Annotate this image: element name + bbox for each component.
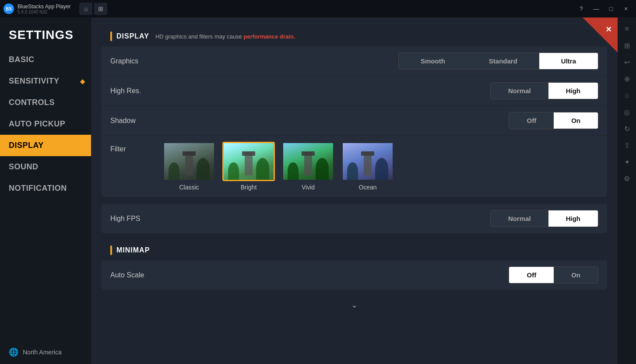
highfps-control: Normal High [490,210,598,227]
highfps-toggle-group: Normal High [490,210,598,227]
shadow-off-button[interactable]: Off [509,112,554,129]
right-icon-8[interactable]: ⇧ [619,137,635,153]
graphics-row: Graphics Smooth Standard Ultra [102,46,607,76]
titlebar: BS BlueStacks App Player 5.8.0.1040 N32 … [0,0,636,18]
shadow-row: Shadow Off On [102,106,607,136]
home-button[interactable]: ⌂ [79,3,92,15]
highres-high-button[interactable]: High [548,83,598,99]
tower-icon [245,151,253,175]
sidebar-item-basic[interactable]: BASIC [0,49,91,70]
main-container: SETTINGS BASIC SENSITIVITY CONTROLS AUTO… [0,18,636,364]
highfps-row: High FPS Normal High [102,204,607,233]
display-section-header: DISPLAY HD graphics and filters may caus… [102,26,607,46]
highres-label: High Res. [110,87,490,95]
filter-ocean-label: Ocean [358,184,376,191]
highfps-high-button[interactable]: High [548,210,598,227]
highres-normal-button[interactable]: Normal [491,83,548,99]
minimize-button[interactable]: — [590,3,603,15]
section-bar-icon [110,245,112,255]
highres-control: Normal High [490,82,598,99]
filter-options: Classic Bri [163,142,598,191]
shadow-toggle-group: Off On [509,112,598,129]
filter-vivid-option[interactable]: Vivid [282,142,334,191]
region-label: North America [23,349,62,356]
graphics-ultra-button[interactable]: Ultra [539,53,598,69]
autoscale-off-button[interactable]: Off [509,267,554,283]
filter-vivid-image [282,142,334,181]
filter-ocean-image [341,142,394,181]
performance-warning: performance drain. [243,33,295,40]
sidebar-item-controls[interactable]: CONTROLS [0,92,91,113]
sidebar-item-sensitivity[interactable]: SENSITIVITY [0,70,91,92]
filter-bright-image [222,142,275,181]
right-icon-5[interactable]: ⌂ [619,88,635,103]
maximize-button[interactable]: □ [604,3,618,15]
region-selector[interactable]: 🌐 North America [0,340,91,364]
settings-title: SETTINGS [0,18,91,49]
right-icon-7[interactable]: ↻ [619,121,635,136]
graphics-standard-button[interactable]: Standard [467,53,539,69]
sidebar: SETTINGS BASIC SENSITIVITY CONTROLS AUTO… [0,18,91,364]
shadow-on-button[interactable]: On [554,112,598,129]
right-icon-4[interactable]: ⊕ [619,71,635,87]
tower-icon [304,151,312,175]
right-icon-3[interactable]: ↩ [619,54,635,70]
sidebar-item-notification[interactable]: NOTIFICATION [0,178,91,199]
graphics-label: Graphics [110,57,398,65]
sidebar-item-display[interactable]: DISPLAY [0,135,91,156]
shadow-label: Shadow [110,117,509,125]
filter-vivid-label: Vivid [302,184,315,191]
sidebar-item-sound[interactable]: SOUND [0,156,91,178]
app-name: BlueStacks App Player 5.8.0.1040 N32 [18,4,70,14]
shadow-control: Off On [509,112,598,129]
autoscale-toggle-group: Off On [509,266,598,284]
sidebar-item-auto-pickup[interactable]: AUTO PICKUP [0,113,91,135]
tower-icon [185,151,193,175]
titlebar-controls: ? — □ × [575,3,632,15]
right-icon-10[interactable]: ⚙ [619,171,635,186]
help-button[interactable]: ? [575,3,588,15]
content-area: × DISPLAY HD graphics and filters may ca… [91,18,618,364]
titlebar-left: BS BlueStacks App Player 5.8.0.1040 N32 … [4,3,107,15]
filter-classic-image [163,142,215,181]
filter-classic-label: Classic [179,184,199,191]
highfps-section: High FPS Normal High [102,204,607,233]
close-icon: × [606,24,611,35]
filter-bright-option[interactable]: Bright [222,142,275,191]
filter-ocean-option[interactable]: Ocean [341,142,394,191]
window-close-button[interactable]: × [619,3,632,15]
autoscale-control: Off On [509,266,598,284]
filter-label: Filter [110,142,163,153]
tabs-button[interactable]: ⊞ [94,3,107,15]
graphics-control: Smooth Standard Ultra [398,52,598,70]
globe-icon: 🌐 [9,347,18,357]
minimap-section-header: MINIMAP [102,240,607,260]
graphics-toggle-group: Smooth Standard Ultra [398,52,598,70]
right-icon-2[interactable]: ⊞ [619,38,635,53]
tower-icon [364,151,372,175]
autoscale-label: Auto Scale [110,271,509,279]
filter-bright-label: Bright [241,184,257,191]
right-icon-6[interactable]: ◎ [619,104,635,120]
highfps-normal-button[interactable]: Normal [491,210,548,227]
right-panel: ≡ ⊞ ↩ ⊕ ⌂ ◎ ↻ ⇧ ✦ ⚙ [618,18,636,364]
filter-classic-option[interactable]: Classic [163,142,215,191]
display-section-subtitle: HD graphics and filters may cause perfor… [155,33,295,40]
display-section-title: DISPLAY [116,32,149,40]
minimap-section: MINIMAP Auto Scale Off On [102,240,607,290]
graphics-smooth-button[interactable]: Smooth [399,53,467,69]
scroll-down-indicator[interactable]: ⌄ [102,297,607,313]
titlebar-nav: ⌂ ⊞ [79,3,107,15]
app-logo: BS [4,4,14,14]
highres-toggle-group: Normal High [490,82,598,99]
section-bar-icon [110,32,112,41]
minimap-section-title: MINIMAP [116,246,150,254]
display-section: DISPLAY HD graphics and filters may caus… [102,26,607,197]
right-icon-1[interactable]: ≡ [619,21,635,37]
filter-row: Filter Classi [102,136,607,197]
right-icon-9[interactable]: ✦ [619,154,635,170]
autoscale-row: Auto Scale Off On [102,260,607,290]
highres-row: High Res. Normal High [102,76,607,106]
autoscale-on-button[interactable]: On [554,267,598,283]
highfps-label: High FPS [110,215,490,223]
